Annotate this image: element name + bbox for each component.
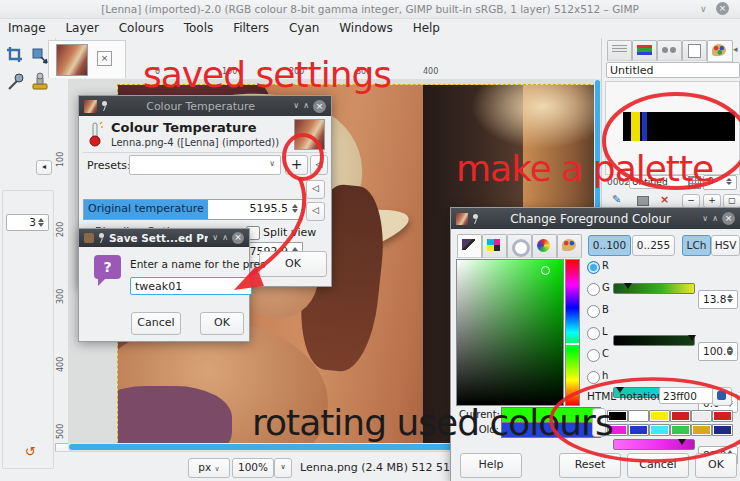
radio-g[interactable] — [587, 283, 600, 296]
original-temperature-slider[interactable]: Original temperature 5195.5 — [83, 199, 303, 220]
tab-brushes[interactable] — [607, 40, 632, 61]
radio-h[interactable] — [587, 371, 600, 384]
transform-tool-icon[interactable] — [30, 46, 50, 66]
window-shade-icon[interactable]: ∨ — [700, 4, 707, 14]
palette-swatch-blue[interactable] — [642, 112, 647, 141]
zoom-select[interactable]: 100% — [232, 458, 274, 478]
history-swatch[interactable] — [649, 410, 670, 422]
save-preset-button[interactable]: + — [285, 155, 308, 175]
pin-icon[interactable] — [472, 214, 479, 224]
maximize-icon[interactable]: ∧ — [222, 233, 228, 243]
history-swatch[interactable] — [712, 410, 733, 422]
tool-option-spinbox[interactable]: 3 — [6, 214, 49, 231]
maximize-icon[interactable]: ∧ — [712, 214, 718, 224]
history-swatch[interactable] — [649, 424, 670, 436]
zoom-in-button[interactable]: + — [703, 194, 721, 208]
presets-combobox[interactable]: ∨ — [129, 155, 281, 175]
menu-item-layer[interactable]: Layer — [57, 19, 106, 37]
hue-strip-cursor[interactable] — [566, 343, 579, 345]
reset-row-button[interactable]: ◁ — [306, 202, 325, 221]
radio-c[interactable] — [587, 349, 600, 362]
html-notation-input[interactable] — [659, 387, 713, 404]
tab-watercolor-selector[interactable] — [507, 234, 532, 258]
mode-hsv-button[interactable]: HSV — [711, 235, 740, 256]
hue-strip[interactable] — [565, 259, 580, 406]
vertical-ruler[interactable]: 100 200 300 400 500 — [55, 79, 69, 443]
help-button[interactable]: Help — [460, 453, 522, 478]
edit-colour-icon[interactable]: ✎ — [612, 193, 621, 206]
menu-item-cyan[interactable]: Cyan — [281, 19, 327, 37]
fg-dialog-close-icon[interactable]: × — [722, 212, 735, 225]
tab-fonts[interactable] — [657, 40, 682, 61]
tab-scroll-icon[interactable]: ◂ — [733, 44, 738, 54]
tab-palettes[interactable] — [707, 40, 733, 62]
palette-colour-strip[interactable] — [623, 112, 735, 141]
crop-tool-icon[interactable] — [6, 46, 26, 66]
radio-r[interactable] — [587, 261, 600, 274]
menu-item-windows[interactable]: Windows — [331, 19, 401, 37]
tab-cmyk-selector[interactable] — [482, 234, 507, 258]
spinbox-r[interactable]: 13.8 — [698, 290, 738, 309]
tab-palette-selector[interactable] — [557, 234, 582, 258]
zoom-out-button[interactable]: − — [682, 194, 700, 208]
mode-lch-button[interactable]: LCh — [682, 235, 711, 256]
window-close-button[interactable]: × — [716, 2, 729, 15]
history-swatch[interactable] — [712, 424, 733, 436]
pin-icon[interactable] — [101, 101, 108, 111]
save-dialog-close-icon[interactable]: × — [232, 232, 244, 244]
palette-name-input[interactable] — [606, 62, 740, 78]
maximize-icon[interactable]: ∧ — [303, 101, 309, 111]
reset-tool-icon[interactable]: ↺ — [25, 444, 36, 459]
menu-item-colours[interactable]: Colours — [111, 19, 172, 37]
colour-square[interactable] — [456, 259, 564, 406]
shade-icon[interactable]: ∨ — [212, 233, 218, 243]
menu-item-help[interactable]: Help — [405, 19, 448, 37]
dock-menu-icon[interactable]: ◂ — [36, 160, 52, 175]
image-tab[interactable]: × — [48, 40, 126, 78]
zoom-all-button[interactable]: ▢ — [723, 194, 740, 208]
save-dialog-titlebar[interactable]: Save Sett...ed Preset ∨ ∧ × — [79, 229, 249, 247]
history-swatch[interactable] — [628, 410, 649, 422]
ok-button[interactable]: OK — [259, 251, 327, 277]
slider-track-g[interactable] — [613, 335, 695, 346]
window-titlebar[interactable]: [Lenna] (imported)-2.0 (RGB colour 8-bit… — [0, 0, 740, 19]
preset-menu-button[interactable]: ◁ — [310, 155, 328, 175]
preset-name-input[interactable] — [130, 277, 252, 295]
colour-square-cursor[interactable] — [541, 266, 550, 275]
colour-picker-tool-icon[interactable] — [6, 72, 26, 92]
shade-icon[interactable]: ∨ — [293, 101, 299, 111]
menu-item-image[interactable]: Image — [0, 19, 54, 37]
radio-b[interactable] — [587, 305, 600, 318]
tab-wheel-selector[interactable] — [532, 234, 557, 258]
history-swatch[interactable] — [691, 410, 712, 422]
range-0-255-button[interactable]: 0..255 — [632, 235, 675, 256]
menu-item-filters[interactable]: Filters — [225, 19, 277, 37]
colour-picker-button[interactable] — [712, 387, 732, 406]
clone-tool-icon[interactable] — [30, 72, 50, 92]
reset-button[interactable]: Reset — [559, 453, 621, 478]
new-colour-icon[interactable] — [637, 196, 649, 206]
pin-icon[interactable] — [98, 233, 105, 243]
unit-select[interactable]: px ∨ — [188, 458, 230, 478]
range-0-100-button[interactable]: 0..100 — [588, 235, 631, 256]
history-swatch[interactable] — [670, 424, 691, 436]
slider-track-r[interactable] — [613, 283, 695, 294]
temp-dialog-close-icon[interactable]: × — [313, 100, 326, 113]
cancel-button[interactable]: Cancel — [627, 453, 689, 478]
radio-l[interactable] — [587, 327, 600, 340]
cancel-button[interactable]: Cancel — [131, 312, 181, 335]
tab-gimp-selector[interactable] — [457, 234, 482, 258]
history-swatch[interactable] — [670, 410, 691, 422]
tab-gradients[interactable] — [632, 40, 657, 61]
delete-colour-icon[interactable]: × — [660, 193, 669, 206]
spinbox-g[interactable]: 100.0 — [698, 342, 738, 361]
ok-button[interactable]: OK — [200, 312, 244, 335]
history-swatch[interactable] — [691, 424, 712, 436]
shade-icon[interactable]: ∨ — [702, 214, 708, 224]
tab-document-history[interactable] — [682, 40, 707, 61]
history-swatch[interactable] — [628, 424, 649, 436]
reset-row-button[interactable]: ◁ — [306, 180, 325, 199]
menu-item-tools[interactable]: Tools — [176, 19, 222, 37]
fg-dialog-titlebar[interactable]: Change Foreground Colour ∨ ∧ × — [451, 208, 740, 229]
zoom-chevron-button[interactable]: ∨ — [274, 458, 292, 478]
